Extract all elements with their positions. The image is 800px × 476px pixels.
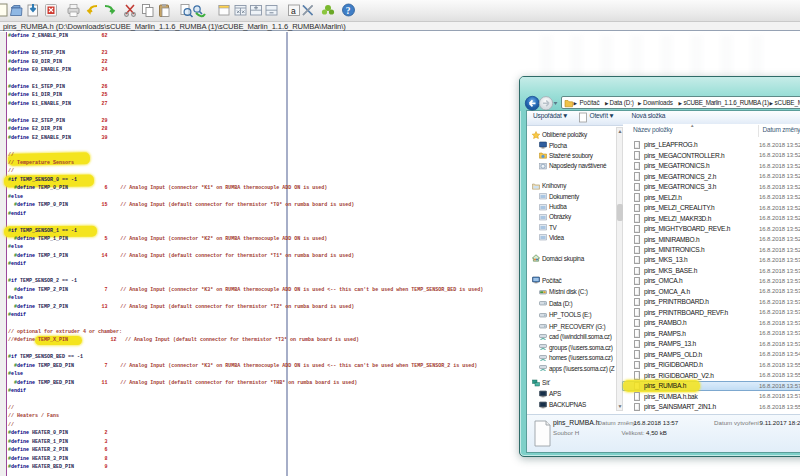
svg-text:?: ? <box>346 6 351 16</box>
svg-text:a: a <box>291 6 296 16</box>
